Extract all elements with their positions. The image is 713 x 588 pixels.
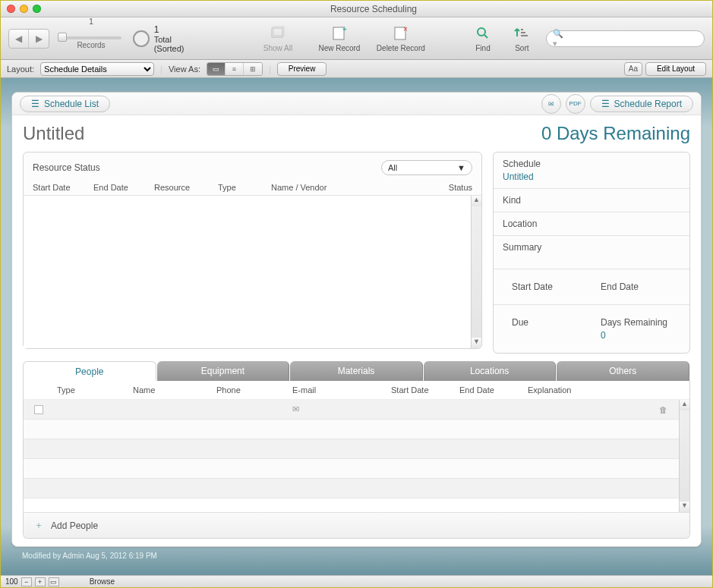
delete-record-button[interactable]: × Delete Record	[374, 24, 427, 52]
row-checkbox[interactable]	[34, 405, 43, 414]
layout-select[interactable]: Schedule Details	[40, 62, 154, 76]
pdf-button[interactable]: PDF	[566, 94, 585, 114]
pcol-explanation[interactable]: Explanation	[528, 385, 659, 395]
scroll-down-icon[interactable]: ▼	[472, 338, 481, 348]
pcol-phone[interactable]: Phone	[216, 385, 292, 395]
tab-equipment[interactable]: Equipment	[157, 361, 290, 381]
end-date-field[interactable]: End Date	[592, 275, 680, 298]
view-form-button[interactable]: ▭	[207, 63, 226, 75]
scroll-up-icon[interactable]: ▲	[680, 400, 689, 410]
start-date-field[interactable]: Start Date	[503, 275, 592, 298]
view-table-button[interactable]: ⊞	[244, 63, 262, 75]
record-number: 1	[89, 17, 93, 26]
sort-button[interactable]: Sort	[507, 24, 537, 52]
envelope-icon: ✉	[548, 100, 554, 108]
zoom-in-button[interactable]: +	[35, 577, 46, 586]
summary-field[interactable]: Summary	[494, 236, 689, 269]
svg-point-6	[478, 28, 485, 36]
view-list-button[interactable]: ≡	[226, 63, 244, 75]
schedule-report-button[interactable]: ☰ Schedule Report	[590, 96, 693, 112]
sort-icon	[513, 24, 531, 42]
modified-line: Modified by Admin Aug 5, 2012 6:19 PM	[11, 547, 702, 560]
people-table-header: Type Name Phone E-mail Start Date End Da…	[24, 381, 689, 400]
schedule-label: Schedule	[503, 159, 680, 169]
pcol-email[interactable]: E-mail	[292, 385, 391, 395]
main-toolbar: ◀ ▶ 1 Records 1 Total (Sorted) Show All …	[1, 17, 712, 60]
col-resource[interactable]: Resource	[154, 183, 218, 192]
resource-status-panel: Resource Status All ▼ Start Date End Dat…	[23, 152, 482, 349]
next-record-button[interactable]: ▶	[29, 30, 49, 48]
show-all-button[interactable]: Show All	[252, 24, 304, 52]
table-row[interactable]	[24, 479, 689, 498]
minimize-icon[interactable]	[20, 5, 28, 13]
location-label: Location	[503, 219, 680, 229]
prev-record-button[interactable]: ◀	[9, 30, 29, 48]
edit-layout-button[interactable]: Edit Layout	[645, 62, 706, 76]
trash-icon[interactable]: 🗑	[659, 405, 679, 414]
zoom-level: 100	[5, 577, 18, 586]
col-start-date[interactable]: Start Date	[33, 183, 93, 192]
pcol-type[interactable]: Type	[57, 385, 133, 395]
due-field[interactable]: Due	[503, 311, 592, 347]
pie-chart-icon[interactable]	[133, 30, 150, 47]
pcol-start-date[interactable]: Start Date	[391, 385, 459, 395]
pcol-name[interactable]: Name	[133, 385, 216, 395]
search-input[interactable]	[569, 34, 698, 43]
add-people-button[interactable]: ＋ Add People	[24, 512, 689, 538]
resource-status-label: Resource Status	[33, 162, 100, 173]
scrollbar[interactable]: ▲ ▼	[679, 400, 689, 512]
window-title: Resource Scheduling	[41, 4, 706, 14]
list-icon: ☰	[31, 99, 39, 109]
tab-materials[interactable]: Materials	[290, 361, 423, 381]
page-title: Untitled	[23, 123, 84, 144]
titlebar: Resource Scheduling	[1, 1, 712, 17]
scrollbar[interactable]: ▲ ▼	[471, 196, 481, 348]
tab-locations[interactable]: Locations	[424, 361, 557, 381]
location-field[interactable]: Location	[494, 212, 689, 236]
card-header: ☰ Schedule List ✉ PDF ☰ Schedule Report	[12, 93, 701, 115]
envelope-icon[interactable]: ✉	[292, 404, 391, 414]
preview-button[interactable]: Preview	[277, 62, 327, 76]
text-format-button[interactable]: Aa	[624, 62, 642, 76]
col-name-vendor[interactable]: Name / Vendor	[271, 183, 434, 192]
find-button[interactable]: Find	[468, 24, 497, 52]
scroll-down-icon[interactable]: ▼	[680, 502, 689, 512]
schedule-field: Schedule Untitled	[494, 153, 689, 189]
kind-label: Kind	[503, 195, 680, 206]
table-row[interactable]	[24, 439, 689, 459]
table-row[interactable]	[24, 459, 689, 479]
records-label: Records	[77, 41, 105, 49]
chevron-down-icon: ▼	[457, 163, 465, 172]
tab-others[interactable]: Others	[557, 361, 689, 381]
kind-field[interactable]: Kind	[494, 189, 689, 212]
status-bar: 100 − + ▭ Browse	[1, 575, 712, 587]
new-record-button[interactable]: + New Record	[313, 24, 365, 52]
mode-label: Browse	[90, 577, 115, 586]
zoom-fit-button[interactable]: ▭	[49, 577, 59, 586]
table-row[interactable]: ✉ 🗑	[24, 400, 689, 420]
email-button[interactable]: ✉	[541, 94, 561, 114]
days-remaining-display: 0 Days Remaining	[541, 123, 690, 144]
people-table-body: ✉ 🗑 ▲ ▼	[24, 400, 689, 512]
table-row[interactable]	[24, 420, 689, 439]
pcol-end-date[interactable]: End Date	[459, 385, 528, 395]
tab-people[interactable]: People	[23, 361, 156, 381]
schedule-value[interactable]: Untitled	[503, 171, 680, 182]
col-status[interactable]: Status	[434, 183, 472, 192]
zoom-out-button[interactable]: −	[21, 577, 32, 586]
resource-table-header: Start Date End Date Resource Type Name /…	[24, 180, 481, 196]
col-end-date[interactable]: End Date	[93, 183, 154, 192]
scroll-up-icon[interactable]: ▲	[472, 196, 481, 206]
delete-record-icon: ×	[392, 24, 410, 42]
magnifier-icon	[474, 24, 492, 42]
svg-line-7	[484, 35, 487, 38]
slider-handle-icon[interactable]	[58, 33, 67, 42]
search-field[interactable]: 🔍▾	[546, 30, 705, 47]
status-filter-dropdown[interactable]: All ▼	[381, 160, 472, 175]
maximize-icon[interactable]	[33, 5, 41, 13]
title-row: Untitled 0 Days Remaining	[12, 115, 701, 147]
record-slider[interactable]	[58, 36, 124, 39]
schedule-list-button[interactable]: ☰ Schedule List	[20, 96, 110, 112]
close-icon[interactable]	[7, 5, 15, 13]
col-type[interactable]: Type	[218, 183, 271, 192]
